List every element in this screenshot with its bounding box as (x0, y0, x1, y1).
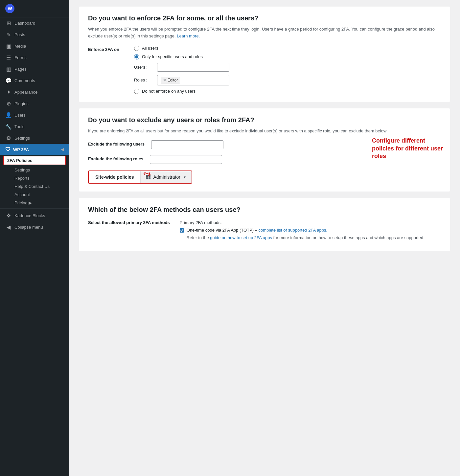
comments-icon: 💬 (5, 78, 12, 84)
radio-specific-users-input[interactable] (134, 54, 139, 59)
roles-tag-input[interactable]: ✕ Editor (157, 75, 229, 85)
primary-methods-label: Select the allowed primary 2FA methods (88, 220, 170, 225)
sidebar-item-label: Dashboard (14, 21, 35, 26)
sidebar-divider (0, 208, 69, 209)
tools-icon: 🔧 (5, 124, 12, 130)
users-field-row: Users : (134, 63, 229, 72)
sidebar-collapse-label: Collapse menu (14, 225, 43, 230)
sidebar-item-label: Posts (14, 32, 25, 37)
main-content: Do you want to enforce 2FA for some, or … (69, 0, 460, 476)
sidebar-item-label: Settings (14, 136, 30, 141)
totp-text-before: One-time code via 2FA App (TOTP) – (187, 228, 257, 233)
radio-all-users-input[interactable] (134, 46, 139, 51)
exclude-roles-input[interactable] (150, 155, 222, 164)
site-wide-tab[interactable]: Site-wide policies (89, 171, 140, 183)
enforce-form-row: Enforce 2FA on All users Only for specif… (88, 46, 441, 94)
radio-all-users[interactable]: All users (134, 46, 229, 51)
editor-tag[interactable]: ✕ Editor (161, 77, 180, 83)
methods-title: Which of the below 2FA methods can users… (88, 206, 441, 214)
sidebar-item-media[interactable]: ▣ Media (0, 40, 69, 52)
learn-more-link[interactable]: Learn more. (177, 34, 200, 38)
totp-link[interactable]: complete list of supported 2FA apps. (258, 228, 327, 233)
sidebar-item-label: Comments (14, 78, 35, 83)
radio-no-users-label: Do not enforce on any users (142, 89, 196, 94)
sidebar-item-label: Media (14, 44, 26, 49)
dashboard-icon: ⊞ (5, 20, 12, 26)
sidebar-item-comments[interactable]: 💬 Comments (0, 75, 69, 86)
radio-no-users-input[interactable] (134, 89, 139, 94)
forms-icon: ☰ (5, 55, 12, 61)
sidebar-item-tools[interactable]: 🔧 Tools (0, 121, 69, 132)
sidebar-wp2fa-label: WP 2FA (13, 147, 29, 152)
sidebar-item-kadence-blocks[interactable]: ❖ Kadence Blocks (0, 210, 69, 221)
sidebar-item-label: Appearance (14, 90, 37, 95)
sidebar-item-users[interactable]: 👤 Users (0, 109, 69, 121)
sidebar-item-label: Kadence Blocks (14, 213, 45, 218)
sidebar-item-wp2fa[interactable]: 🛡 WP 2FA ◀ (0, 144, 69, 155)
exclude-roles-label: Exclude the following roles (88, 155, 143, 161)
sidebar-item-wp2fa-account[interactable]: Account (0, 191, 69, 199)
sidebar-item-label: Tools (14, 124, 24, 129)
totp-method-option: One-time code via 2FA App (TOTP) – compl… (180, 228, 441, 241)
sidebar-arrow-icon: ◀ (61, 147, 64, 152)
users-input[interactable] (157, 63, 229, 72)
sidebar-item-wp2fa-reports[interactable]: Reports (0, 174, 69, 182)
sidebar-item-pages[interactable]: ▥ Pages (0, 63, 69, 75)
sidebar-collapse-button[interactable]: ◀ Collapse menu (0, 221, 69, 233)
roles-field-label: Roles : (134, 78, 154, 82)
administrator-tab-label: Administrator (153, 174, 180, 180)
tab-bar: Site-wide policies Administrator ▼ (88, 170, 192, 184)
pages-icon: ▥ (5, 66, 12, 72)
media-icon: ▣ (5, 43, 12, 49)
sidebar-logo: W (0, 0, 69, 17)
exclude-roles-input-container: ↩ (150, 155, 222, 164)
exclude-section: Do you want to exclude any users or role… (79, 108, 450, 192)
sidebar-item-label: Users (14, 113, 26, 118)
appearance-icon: ✦ (5, 89, 12, 95)
sidebar-item-settings[interactable]: ⚙ Settings (0, 132, 69, 144)
sidebar-item-plugins[interactable]: ⊕ Plugins (0, 98, 69, 109)
editor-tag-remove[interactable]: ✕ (163, 78, 166, 82)
editor-tag-label: Editor (168, 78, 178, 82)
sidebar-item-posts[interactable]: ✎ Posts (0, 29, 69, 40)
methods-section: Which of the below 2FA methods can users… (79, 198, 450, 251)
wp2fa-shield-icon: 🛡 (5, 147, 11, 152)
sidebar-item-label: Pages (14, 67, 27, 72)
sidebar-item-dashboard[interactable]: ⊞ Dashboard (0, 17, 69, 29)
settings-icon: ⚙ (5, 135, 12, 141)
posts-icon: ✎ (5, 32, 12, 38)
methods-content-col: Primary 2FA methods: One-time code via 2… (180, 220, 441, 243)
sidebar-item-forms[interactable]: ☰ Forms (0, 52, 69, 63)
enforce-label: Enforce 2FA on (88, 46, 127, 52)
totp-checkbox[interactable] (180, 228, 184, 233)
primary-methods-header: Primary 2FA methods: (180, 220, 441, 225)
tab-bar-container: Site-wide policies Administrator ▼ (88, 170, 441, 184)
enforce-description: When you enforce 2FA the users will be p… (88, 26, 441, 40)
kadence-icon: ❖ (5, 213, 12, 219)
sidebar-item-appearance[interactable]: ✦ Appearance (0, 86, 69, 98)
callout-text: Configure different policies for differe… (372, 137, 444, 160)
wp2fa-policies-box: 2FA Policies (3, 156, 66, 165)
sidebar-item-wp2fa-pricing[interactable]: Pricing ▶ (0, 199, 69, 207)
setup-guide-link[interactable]: guide on how to set up 2FA apps (210, 235, 272, 240)
radio-all-users-label: All users (142, 46, 158, 51)
sidebar-item-wp2fa-settings[interactable]: Settings (0, 166, 69, 174)
collapse-icon: ◀ (5, 224, 12, 230)
totp-note: Refer to the guide on how to set up 2FA … (187, 235, 425, 241)
exclude-title: Do you want to exclude any users or role… (88, 116, 441, 124)
dropdown-arrow-icon: ▼ (183, 175, 186, 179)
2fa-policies-submenu-item[interactable]: 2FA Policies (4, 156, 65, 165)
radio-specific-users[interactable]: Only for specific users and roles (134, 54, 229, 59)
exclude-users-label: Exclude the following users (88, 140, 145, 147)
sidebar-item-wp2fa-help[interactable]: Help & Contact Us (0, 182, 69, 191)
enforce-title: Do you want to enforce 2FA for some, or … (88, 14, 441, 22)
exclude-description: If you are enforcing 2FA on all users bu… (88, 128, 441, 135)
totp-method-content: One-time code via 2FA App (TOTP) – compl… (187, 228, 425, 241)
sidebar: W ⊞ Dashboard ✎ Posts ▣ Media ☰ Forms ▥ … (0, 0, 69, 476)
users-field-label: Users : (134, 65, 154, 70)
methods-label-col: Select the allowed primary 2FA methods (88, 220, 170, 225)
plugins-icon: ⊕ (5, 101, 12, 107)
radio-no-users[interactable]: Do not enforce on any users (134, 89, 229, 94)
exclude-users-input[interactable] (151, 140, 223, 149)
wp-logo-icon: W (5, 4, 14, 13)
